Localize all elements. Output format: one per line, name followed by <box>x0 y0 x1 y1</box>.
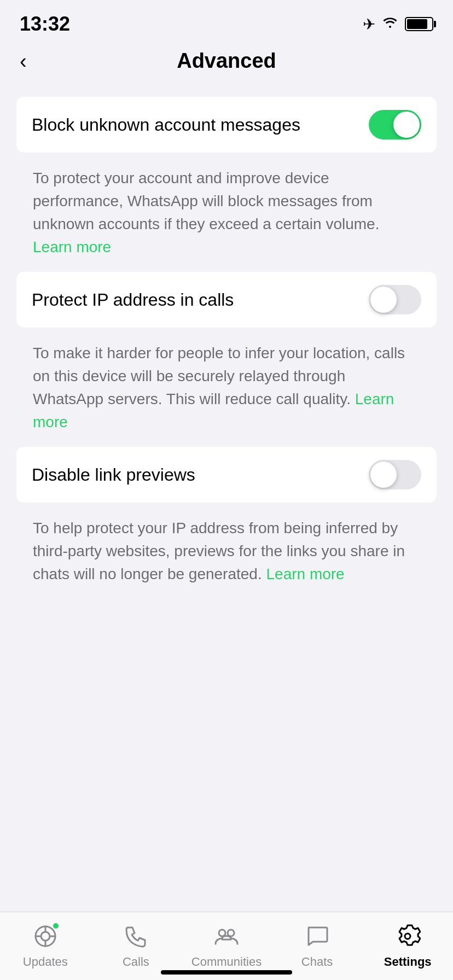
disable-link-preview-label: Disable link previews <box>32 465 369 485</box>
disable-link-preview-learn-more[interactable]: Learn more <box>266 565 345 582</box>
status-bar: 13:32 ✈ <box>0 0 453 44</box>
updates-icon <box>30 921 61 952</box>
protect-ip-label: Protect IP address in calls <box>32 290 369 310</box>
settings-icon <box>392 921 423 952</box>
page-title: Advanced <box>177 49 276 73</box>
communities-icon <box>211 921 242 952</box>
disable-link-preview-description: To help protect your IP address from bei… <box>16 510 437 599</box>
status-time: 13:32 <box>20 13 70 36</box>
toggle-knob <box>393 112 420 138</box>
communities-tab-label: Communities <box>191 955 262 969</box>
header: ‹ Advanced <box>0 44 453 86</box>
calls-icon <box>120 921 151 952</box>
settings-tab-label: Settings <box>384 955 432 969</box>
protect-ip-toggle[interactable] <box>369 285 421 314</box>
status-icons: ✈ <box>363 15 433 33</box>
tab-chats[interactable]: Chats <box>272 921 363 969</box>
toggle-knob-2 <box>370 287 397 313</box>
chats-icon <box>302 921 333 952</box>
block-unknown-toggle[interactable] <box>369 110 421 139</box>
svg-point-7 <box>228 930 234 936</box>
updates-tab-label: Updates <box>23 955 68 969</box>
disable-link-preview-toggle[interactable] <box>369 460 421 489</box>
tab-settings[interactable]: Settings <box>362 921 453 969</box>
back-button[interactable]: ‹ <box>20 51 27 72</box>
svg-point-1 <box>41 932 50 941</box>
battery-icon <box>405 17 433 31</box>
svg-point-8 <box>405 934 410 939</box>
toggle-knob-3 <box>370 462 397 488</box>
chats-tab-label: Chats <box>301 955 333 969</box>
svg-point-6 <box>219 930 225 936</box>
tab-calls[interactable]: Calls <box>91 921 182 969</box>
home-indicator <box>161 970 292 975</box>
protect-ip-description: To make it harder for people to infer yo… <box>16 335 437 447</box>
wifi-icon <box>382 16 398 33</box>
calls-tab-label: Calls <box>123 955 149 969</box>
protect-ip-card: Protect IP address in calls <box>16 272 437 328</box>
disable-link-preview-card: Disable link previews <box>16 447 437 503</box>
updates-notification-dot <box>52 922 60 930</box>
block-unknown-learn-more[interactable]: Learn more <box>33 238 111 255</box>
content-area: Block unknown account messages To protec… <box>0 86 453 599</box>
block-unknown-description: To protect your account and improve devi… <box>16 160 437 272</box>
airplane-icon: ✈ <box>363 15 375 33</box>
block-unknown-card: Block unknown account messages <box>16 97 437 153</box>
block-unknown-label: Block unknown account messages <box>32 115 369 135</box>
tab-communities[interactable]: Communities <box>181 921 272 969</box>
tab-updates[interactable]: Updates <box>0 921 91 969</box>
